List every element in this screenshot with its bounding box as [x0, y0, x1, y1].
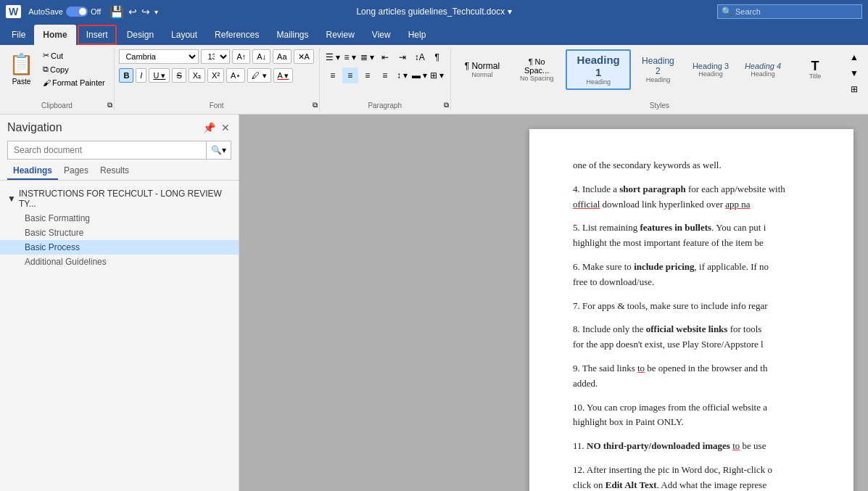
tab-file[interactable]: File — [3, 25, 34, 45]
nav-close-icon[interactable]: ✕ — [220, 120, 231, 135]
customize-qat-icon[interactable]: ▾ — [154, 8, 158, 16]
clipboard-section: 📋 Paste ✂ Cut ⧉ Copy 🖌 Format Painter Cl… — [0, 48, 115, 111]
nav-tab-pages[interactable]: Pages — [58, 162, 94, 180]
autosave-switch[interactable] — [66, 7, 88, 17]
styles-more-btn[interactable]: ⊞ — [846, 81, 862, 97]
tab-references[interactable]: References — [206, 25, 268, 45]
tab-layout[interactable]: Layout — [162, 25, 206, 45]
styles-content: ¶ Normal Normal ¶ No Spac... No Spacing … — [457, 49, 862, 110]
doc-area[interactable]: one of the secondary keywords as well. 4… — [515, 115, 868, 491]
bullets-btn[interactable]: ☰ ▾ — [325, 49, 341, 65]
paste-button[interactable]: 📋 Paste — [6, 49, 37, 88]
styles-scroll: ▲ ▼ ⊞ — [846, 49, 862, 97]
tab-mailings[interactable]: Mailings — [268, 25, 317, 45]
justify-btn[interactable]: ≡ — [377, 67, 393, 83]
tree-root-label: INSTRUCTIONS FOR TECHCULT - LONG REVIEW … — [19, 189, 231, 209]
increase-font-btn[interactable]: A↑ — [232, 49, 250, 64]
nav-search-button[interactable]: 🔍 ▾ — [207, 141, 231, 160]
style-title-text: T — [796, 59, 834, 73]
nav-item-additional-guidelines[interactable]: Additional Guidelines — [0, 255, 239, 269]
shading-btn[interactable]: ▬ ▾ — [412, 67, 428, 83]
styles-scroll-down[interactable]: ▼ — [846, 65, 862, 81]
increase-indent-btn[interactable]: ⇥ — [394, 49, 410, 65]
style-heading2[interactable]: Heading 2 Heading — [632, 52, 684, 87]
clipboard-expand-icon[interactable]: ⧉ — [107, 101, 112, 110]
align-center-btn[interactable]: ≡ — [342, 67, 358, 83]
style-heading4[interactable]: Heading 4 Heading — [737, 58, 788, 81]
style-heading3[interactable]: Heading 3 Heading — [685, 58, 736, 81]
doc-para-4: 6. Make sure to include pricing, if appl… — [573, 260, 810, 290]
change-case-btn[interactable]: Aa — [273, 49, 291, 64]
font-size-select[interactable]: 13 11 12 14 — [201, 49, 230, 64]
style-no-spacing[interactable]: ¶ No Spac... No Spacing — [509, 54, 565, 86]
decrease-indent-btn[interactable]: ⇤ — [377, 49, 393, 65]
multilevel-btn[interactable]: ≣ ▾ — [360, 49, 376, 65]
line-spacing-btn[interactable]: ↕ ▾ — [394, 67, 410, 83]
style-heading3-text: Heading 3 — [692, 62, 729, 70]
tab-review[interactable]: Review — [317, 25, 363, 45]
style-no-spacing-text: ¶ No Spac... — [516, 57, 558, 75]
tab-design[interactable]: Design — [118, 25, 162, 45]
tab-insert[interactable]: Insert — [78, 25, 117, 45]
sort-btn[interactable]: ↕A — [412, 49, 428, 65]
tab-help[interactable]: Help — [400, 25, 435, 45]
italic-button[interactable]: I — [136, 68, 146, 83]
nav-item-basic-structure-label: Basic Structure — [25, 228, 83, 238]
font-family-select[interactable]: Cambria — [119, 49, 199, 64]
styles-scroll-up[interactable]: ▲ — [846, 49, 862, 65]
undo-icon[interactable]: ↩ — [128, 6, 137, 17]
nav-search-input[interactable] — [7, 141, 207, 160]
style-normal[interactable]: ¶ Normal Normal — [457, 57, 508, 82]
styles-section: ¶ Normal Normal ¶ No Spac... No Spacing … — [451, 48, 868, 111]
ribbon-tabs: File Home Insert Design Layout Reference… — [0, 23, 868, 45]
decrease-font-btn[interactable]: A↓ — [252, 49, 270, 64]
numbering-btn[interactable]: ≡ ▾ — [342, 49, 358, 65]
doc-title: Long articles guidelines_Techcult.docx ▾ — [220, 7, 648, 17]
font-color-btn[interactable]: A ▾ — [273, 68, 294, 83]
tree-expand-icon: ▼ — [7, 194, 16, 204]
highlight-btn[interactable]: 🖊 ▾ — [247, 68, 270, 83]
show-formatting-btn[interactable]: ¶ — [429, 49, 445, 65]
search-input[interactable] — [717, 4, 862, 19]
redo-icon[interactable]: ↪ — [141, 6, 150, 17]
nav-item-basic-process[interactable]: Basic Process — [0, 240, 239, 255]
clipboard-column: ✂ Cut ⧉ Copy 🖌 Format Painter — [40, 49, 108, 88]
search-wrapper[interactable]: 🔍 — [717, 4, 862, 19]
align-right-btn[interactable]: ≡ — [360, 67, 376, 83]
paragraph-expand-icon[interactable]: ⧉ — [444, 101, 449, 110]
copy-button[interactable]: ⧉ Copy — [40, 63, 108, 75]
strikethrough-button[interactable]: S — [172, 68, 186, 83]
style-heading2-label: Heading — [639, 76, 677, 83]
cut-button[interactable]: ✂ Cut — [40, 49, 108, 62]
font-expand-icon[interactable]: ⧉ — [313, 101, 318, 110]
style-title[interactable]: T Title — [790, 56, 840, 83]
align-left-btn[interactable]: ≡ — [325, 67, 341, 83]
nav-tab-headings[interactable]: Headings — [7, 162, 58, 180]
nav-item-basic-structure[interactable]: Basic Structure — [0, 226, 239, 240]
dropdown-arrow-icon[interactable]: ▾ — [508, 7, 512, 17]
bold-button[interactable]: B — [119, 68, 133, 83]
save-icon[interactable]: 💾 — [109, 5, 124, 19]
nav-search-dropdown-icon[interactable]: ▾ — [222, 145, 226, 155]
font-content: Cambria 13 11 12 14 A↑ A↓ Aa ✕A B I U ▾ … — [119, 49, 314, 110]
superscript-button[interactable]: X² — [207, 68, 224, 83]
clipboard-content: 📋 Paste ✂ Cut ⧉ Copy 🖌 Format Painter — [6, 49, 108, 110]
borders-btn[interactable]: ⊞ ▾ — [429, 67, 445, 83]
doc-para-2: 4. Include a short paragraph for each ap… — [573, 182, 810, 213]
format-painter-button[interactable]: 🖌 Format Painter — [40, 77, 108, 88]
text-effects-btn[interactable]: A⋆ — [226, 68, 245, 83]
style-heading1[interactable]: Heading 1 Heading — [566, 49, 631, 90]
paragraph-label: Paragraph — [320, 102, 450, 110]
subscript-button[interactable]: X₂ — [189, 68, 205, 83]
nav-item-basic-formatting[interactable]: Basic Formatting — [0, 211, 239, 226]
ribbon: 📋 Paste ✂ Cut ⧉ Copy 🖌 Format Painter Cl… — [0, 45, 868, 115]
nav-tab-results[interactable]: Results — [94, 162, 135, 180]
nav-pin-icon[interactable]: 📌 — [202, 120, 217, 135]
underline-button[interactable]: U ▾ — [149, 68, 170, 83]
autosave-toggle[interactable]: AutoSave Off — [28, 7, 101, 17]
tab-view[interactable]: View — [363, 25, 400, 45]
nav-tree-root-item[interactable]: ▼ INSTRUCTIONS FOR TECHCULT - LONG REVIE… — [0, 186, 239, 211]
tab-home[interactable]: Home — [34, 25, 75, 45]
clear-format-btn[interactable]: ✕A — [294, 49, 314, 64]
nav-title: Navigation — [7, 121, 62, 134]
